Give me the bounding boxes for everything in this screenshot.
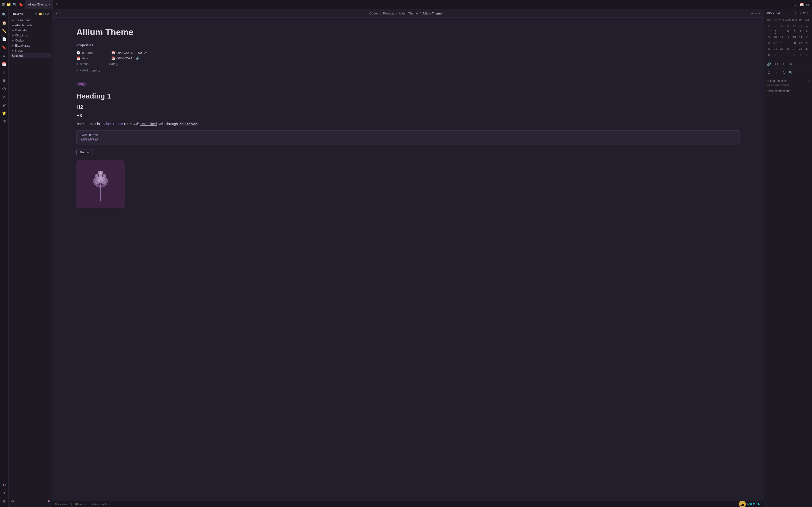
bookmark-icon[interactable]: 🔖	[18, 2, 23, 7]
cal-day[interactable]: 2	[779, 52, 784, 57]
sidebar-toggle-icon[interactable]: ⊞	[2, 2, 5, 7]
more-options-icon[interactable]: •••	[756, 11, 760, 15]
cal-day[interactable]: 17	[773, 40, 778, 46]
breadcrumb-allium-theme[interactable]: Allium Theme	[399, 12, 418, 15]
cal-today-button[interactable]: TODAY	[795, 11, 808, 15]
sidebar-item-new-note[interactable]: ✏️	[1, 27, 8, 35]
sidebar-item-calendar[interactable]: ▶ Calendar	[10, 28, 51, 33]
cal-day[interactable]: 1	[804, 23, 810, 28]
close-sidebar-icon[interactable]: ✕	[47, 12, 50, 16]
cal-day[interactable]: 29	[785, 23, 791, 28]
toolbar-tag-btn[interactable]: 🏷	[788, 61, 794, 67]
open-folder-icon[interactable]: 📂	[39, 12, 42, 16]
sidebar-item-untitled[interactable]: Untitled	[10, 53, 51, 58]
cal-day[interactable]: 4	[779, 29, 784, 34]
sidebar-item-help[interactable]: ?	[1, 490, 8, 497]
add-property-button[interactable]: + + Add property	[77, 68, 740, 73]
sidebar-item-codex[interactable]: ▶ Codex	[10, 38, 51, 43]
cal-day[interactable]: 8	[804, 29, 810, 34]
calendar-icon[interactable]: 📅	[800, 3, 804, 6]
cal-day[interactable]: 22	[804, 40, 810, 46]
cal-day[interactable]: 28	[798, 46, 803, 51]
folder-icon[interactable]: 📁	[6, 2, 11, 7]
cal-day[interactable]: 30	[766, 52, 772, 57]
cal-day[interactable]: 26	[766, 23, 772, 28]
tag-pill[interactable]: #tag	[77, 82, 87, 86]
cal-day[interactable]: 3	[785, 52, 791, 57]
cal-day[interactable]: 20	[792, 40, 797, 46]
cal-day[interactable]: 16	[766, 40, 772, 46]
search-icon[interactable]: 🔍	[12, 2, 17, 7]
sidebar-item-brush[interactable]: 🖌	[1, 101, 8, 109]
sidebar-item-resources[interactable]: ▶ _resources	[10, 18, 51, 23]
toolbar-link-btn[interactable]: ⛓	[773, 61, 779, 67]
cal-day[interactable]: 31	[798, 23, 803, 28]
sidebar-item-search[interactable]: 🔍	[1, 11, 8, 18]
cal-day[interactable]: 21	[798, 40, 803, 46]
cal-day[interactable]: 24	[773, 46, 778, 51]
cal-day[interactable]: 5	[798, 52, 803, 57]
toolbar-search-btn[interactable]: 🔍	[788, 69, 794, 75]
cal-day[interactable]: 30	[792, 23, 797, 28]
toolbar-backlink-btn[interactable]: 🔗	[766, 61, 772, 67]
cal-day[interactable]: 2	[766, 29, 772, 34]
sidebar-item-home[interactable]: 🏠	[1, 19, 8, 26]
sidebar-item-clippings[interactable]: ▶ Clippings	[10, 33, 51, 38]
sidebar-item-plugin[interactable]: ⚙	[1, 482, 8, 489]
cal-day[interactable]: 18	[779, 40, 784, 46]
cal-day[interactable]: 4	[792, 52, 797, 57]
sidebar-item-excalidraw[interactable]: ▶ Excalidraw	[10, 43, 51, 48]
cal-day[interactable]: 3	[773, 29, 778, 34]
cal-next-button[interactable]: ›	[809, 11, 810, 15]
sidebar-item-files[interactable]: 📄	[1, 36, 8, 43]
tab-add-button[interactable]: +	[53, 2, 60, 7]
breadcrumb-codex[interactable]: Codex	[369, 12, 379, 15]
cal-day[interactable]: 5	[785, 29, 791, 34]
cal-day[interactable]: 1	[773, 52, 778, 57]
cal-day[interactable]: 6	[804, 52, 810, 57]
tab-close-button[interactable]: ×	[49, 3, 50, 6]
breadcrumb-projects[interactable]: Projects	[383, 12, 394, 15]
cal-day[interactable]: 27	[792, 46, 797, 51]
cal-prev-button[interactable]: ‹	[794, 11, 794, 15]
cal-day[interactable]: 13	[792, 35, 797, 40]
sidebar-item-tag[interactable]: #	[1, 52, 8, 59]
sidebar-item-code[interactable]: </>	[1, 85, 8, 92]
cal-day[interactable]: 26	[785, 46, 791, 51]
cal-day[interactable]: 23	[766, 46, 772, 51]
cal-day[interactable]: 14	[798, 35, 803, 40]
sidebar-item-inbox[interactable]: ▶ Inbox	[10, 48, 51, 53]
allium-link[interactable]: Allium Theme	[102, 122, 123, 126]
forward-button[interactable]: ›	[58, 11, 59, 15]
link-icon[interactable]: 🔗	[136, 56, 140, 60]
toolbar-checklist-btn[interactable]: ☑	[766, 69, 772, 75]
sidebar-item-star[interactable]: ⭐	[1, 110, 8, 117]
settings-gear-icon[interactable]: ⚙	[11, 499, 14, 503]
cal-day[interactable]: 7	[798, 29, 803, 34]
edit-icon[interactable]: ✏	[751, 11, 754, 15]
new-note-icon[interactable]: ✏	[35, 12, 38, 16]
dropdown-icon[interactable]: ⌄	[794, 3, 797, 6]
sidebar-item-calendar2[interactable]: 📅	[1, 60, 8, 68]
cal-day[interactable]: 25	[779, 46, 784, 51]
back-button[interactable]: ‹	[56, 11, 57, 15]
sidebar-item-grid[interactable]: ⊞	[1, 68, 8, 76]
cal-day[interactable]: 10	[773, 35, 778, 40]
toolbar-sort-btn[interactable]: ⇅	[780, 69, 786, 75]
sidebar-item-cube[interactable]: ◫	[1, 118, 8, 125]
cal-day[interactable]: 28	[779, 23, 784, 28]
sidebar-item-x[interactable]: ✕	[1, 93, 8, 101]
cal-day[interactable]: 9	[766, 35, 772, 40]
cal-day[interactable]: 15	[804, 35, 810, 40]
toolbar-up-btn[interactable]: ↑	[773, 69, 779, 75]
cal-day[interactable]: 27	[773, 23, 778, 28]
cal-day[interactable]: 6	[792, 29, 797, 34]
sidebar-item-attachments[interactable]: ▶ Attachments	[10, 23, 51, 28]
doc-button[interactable]: Button	[77, 149, 93, 155]
sort-icon[interactable]: ⊟	[43, 12, 46, 16]
sidebar-item-table[interactable]: ⊟	[1, 77, 8, 84]
cal-day[interactable]: 11	[779, 35, 784, 40]
toolbar-list-btn[interactable]: ≡	[780, 61, 786, 67]
active-tab[interactable]: Allium Theme ×	[25, 0, 53, 9]
sidebar-item-settings[interactable]: ⚙	[1, 498, 8, 505]
